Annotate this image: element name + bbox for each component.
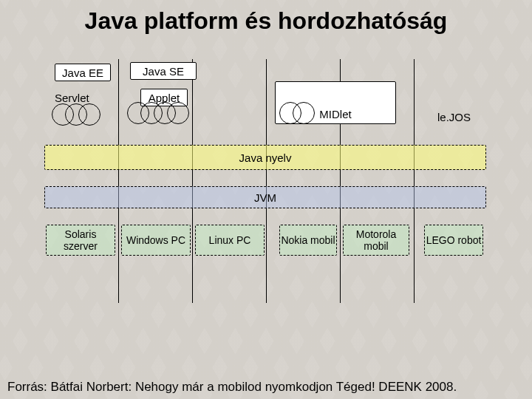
platform-nokia: Nokia mobil	[279, 225, 337, 256]
layer-language: Java nyelv	[44, 145, 486, 170]
platform-linux: Linux PC	[195, 225, 265, 256]
column-divider	[414, 59, 415, 303]
column-divider	[192, 59, 193, 303]
column-divider	[118, 59, 119, 303]
layer-jvm: JVM	[44, 186, 486, 208]
example-applet: Applet	[140, 89, 188, 106]
slide-title: Java platform és hordozhatóság	[0, 7, 532, 35]
platform-motorola: Motorola mobil	[343, 225, 409, 256]
platform-diagram: Java EE Java SE Java ME Servlet Applet M…	[44, 59, 488, 303]
example-midlet: MIDlet	[275, 81, 396, 124]
column-divider	[266, 59, 267, 303]
edition-javaee: Java EE	[55, 64, 111, 81]
source-citation: Forrás: Bátfai Norbert: Nehogy már a mob…	[7, 380, 525, 395]
example-lejos: le.JOS	[437, 111, 471, 123]
platform-solaris: Solaris szerver	[46, 225, 115, 256]
example-servlet-label: Servlet	[55, 92, 89, 104]
platform-windows: Windows PC	[121, 225, 191, 256]
edition-javase: Java SE	[130, 62, 197, 80]
platform-lego: LEGO robot	[424, 225, 483, 256]
